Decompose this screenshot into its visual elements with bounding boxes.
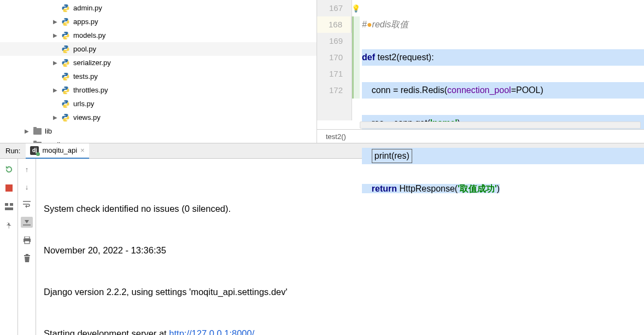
close-icon[interactable]: × <box>80 146 85 154</box>
svg-rect-6 <box>25 241 30 244</box>
code-area[interactable]: #●redis取值 def test2(request): conn = red… <box>360 0 644 120</box>
print-icon[interactable] <box>22 235 32 245</box>
down-arrow-icon[interactable]: ↓ <box>22 182 32 192</box>
python-file-icon <box>61 45 70 54</box>
python-file-icon <box>61 4 70 13</box>
pin-icon[interactable] <box>4 220 14 230</box>
svg-rect-2 <box>10 203 13 206</box>
python-file-icon <box>61 100 70 108</box>
python-file-icon <box>61 113 70 122</box>
folder-icon <box>33 141 42 143</box>
horizontal-scrollbar[interactable] <box>360 122 641 129</box>
svg-rect-1 <box>5 203 8 206</box>
chevron-right-icon[interactable]: ▶ <box>52 33 58 38</box>
tree-file[interactable]: urls.py <box>0 97 317 111</box>
console-line: Starting development server at http://12… <box>44 323 643 335</box>
svg-rect-3 <box>5 207 13 210</box>
code-editor[interactable]: 167168169170171172 💡 #●redis取值 def test2… <box>317 0 644 143</box>
svg-rect-8 <box>26 254 28 255</box>
svg-rect-0 <box>5 184 13 192</box>
tree-file[interactable]: ▶serializer.py <box>0 56 317 70</box>
server-url-link[interactable]: http://127.0.0.1:8000/ <box>169 328 254 335</box>
svg-rect-4 <box>25 236 30 239</box>
layout-icon[interactable] <box>4 201 14 211</box>
comment: #●redis取值 <box>362 20 408 29</box>
chevron-right-icon[interactable]: ▶ <box>24 129 30 134</box>
up-arrow-icon[interactable]: ↑ <box>22 164 32 174</box>
line-numbers: 167168169170171172 <box>317 0 352 120</box>
tree-file[interactable]: ▶throttles.py <box>0 83 317 97</box>
python-file-icon <box>61 18 70 26</box>
python-file-icon <box>61 86 70 95</box>
run-toolbar-right: ↑ ↓ <box>18 159 36 335</box>
python-file-icon <box>61 72 70 81</box>
lightbulb-icon[interactable]: 💡 <box>352 4 360 13</box>
console-line: November 20, 2022 - 13:36:35 <box>44 240 643 261</box>
print-call-highlight: print(res) <box>372 149 412 163</box>
run-tab[interactable]: dj moqitu_api × <box>26 143 89 159</box>
chevron-right-icon[interactable]: ▶ <box>52 88 58 93</box>
rerun-icon[interactable] <box>4 164 14 174</box>
tree-folder[interactable]: ▶lib <box>0 124 317 138</box>
chevron-right-icon[interactable]: ▶ <box>52 60 58 66</box>
gutter-marks: 💡 <box>352 0 360 120</box>
svg-rect-7 <box>24 255 30 256</box>
tree-file[interactable]: admin.py <box>0 1 317 15</box>
run-toolbar-left <box>0 159 18 335</box>
stop-icon[interactable] <box>4 183 14 193</box>
folder-icon <box>33 127 42 136</box>
scroll-end-icon[interactable] <box>21 217 33 228</box>
tree-folder[interactable]: ▶media <box>0 138 317 143</box>
python-file-icon <box>61 59 70 67</box>
chevron-right-icon[interactable]: ▶ <box>52 19 58 25</box>
tree-file[interactable]: tests.py <box>0 70 317 83</box>
python-file-icon <box>61 31 70 40</box>
console-line: Django version 2.2.2, using settings 'mo… <box>44 281 643 302</box>
run-label: Run: <box>0 147 26 155</box>
wrap-icon[interactable] <box>22 199 32 209</box>
tree-file[interactable]: pool.py <box>0 42 317 56</box>
tree-file[interactable]: ▶models.py <box>0 28 317 42</box>
django-icon: dj <box>30 146 39 155</box>
breadcrumb[interactable]: test2() <box>317 129 644 143</box>
chevron-right-icon[interactable]: ▶ <box>52 115 58 120</box>
trash-icon[interactable] <box>22 253 32 263</box>
tree-file[interactable]: ▶apps.py <box>0 15 317 28</box>
project-tree[interactable]: admin.py▶apps.py▶models.pypool.py▶serial… <box>0 0 317 143</box>
tree-file[interactable]: ▶views.py <box>0 111 317 124</box>
